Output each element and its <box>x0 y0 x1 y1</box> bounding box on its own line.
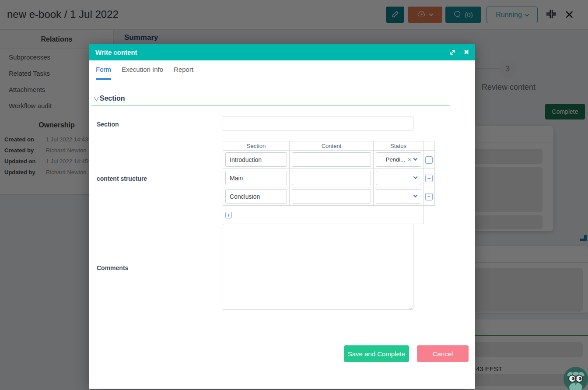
table-header-row: Section Content Status <box>223 141 435 151</box>
chevron-down-icon <box>413 156 417 161</box>
save-and-complete-button[interactable]: Save and Complete <box>344 345 409 362</box>
clear-selection-icon[interactable]: × <box>408 156 411 163</box>
column-header-actions <box>424 141 435 151</box>
section-divider <box>91 105 450 106</box>
section-cell-input[interactable] <box>225 189 287 204</box>
comments-label: Comments <box>97 264 128 271</box>
status-dropdown[interactable] <box>376 171 421 185</box>
owl-mascot-chat-icon[interactable] <box>564 367 588 390</box>
status-value: Pendi... <box>386 156 405 163</box>
status-dropdown[interactable]: Pendi... × <box>376 152 421 167</box>
add-row-button[interactable]: + <box>225 212 232 218</box>
remove-row-button[interactable]: − <box>425 156 433 164</box>
expand-icon[interactable] <box>449 49 456 56</box>
dialog-tabs: Form Execution Info Report <box>96 66 193 80</box>
table-row: Pendi... × − <box>223 151 435 169</box>
comments-textarea[interactable] <box>223 224 413 310</box>
dialog-close-icon[interactable]: ✖ <box>464 49 469 56</box>
column-header-section: Section <box>223 141 290 151</box>
dialog-titlebar: Write content ✖ <box>89 44 475 60</box>
table-footer-row: + <box>223 206 435 224</box>
column-header-content: Content <box>290 141 374 151</box>
chevron-down-icon <box>413 175 417 179</box>
content-cell-input[interactable] <box>292 152 371 167</box>
column-header-status: Status <box>374 141 424 151</box>
content-structure-table: Section Content Status Pendi... × − <box>223 141 435 224</box>
cancel-button[interactable]: Cancel <box>417 345 469 362</box>
status-dropdown[interactable] <box>376 189 421 204</box>
remove-row-button[interactable]: − <box>425 175 433 182</box>
section-field-label: Section <box>97 121 119 128</box>
dialog-title: Write content <box>95 49 441 56</box>
screen: new e-book / 1 Jul 2022 (0) Running <box>0 0 588 390</box>
section-input[interactable] <box>223 116 413 130</box>
table-row: − <box>223 169 435 187</box>
table-row: − <box>223 187 435 206</box>
triangle-down-icon: ▽ <box>94 95 99 102</box>
content-cell-input[interactable] <box>292 171 371 185</box>
tab-form[interactable]: Form <box>96 66 111 80</box>
write-content-dialog: Write content ✖ Form Execution Info Repo… <box>89 44 475 389</box>
chevron-down-icon <box>413 193 417 197</box>
tab-report[interactable]: Report <box>174 66 193 80</box>
content-structure-label: content structure <box>97 175 147 182</box>
section-header-label: Section <box>100 95 125 102</box>
remove-row-button[interactable]: − <box>425 193 433 200</box>
section-collapse-header[interactable]: ▽ Section <box>94 95 125 102</box>
content-cell-input[interactable] <box>292 189 371 204</box>
section-cell-input[interactable] <box>225 152 287 167</box>
section-cell-input[interactable] <box>225 171 287 185</box>
tab-execution-info[interactable]: Execution Info <box>122 66 163 80</box>
